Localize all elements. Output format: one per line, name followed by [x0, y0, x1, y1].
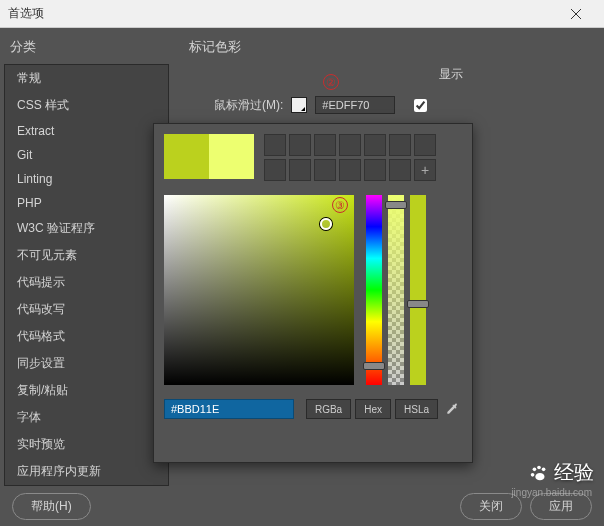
panel-title: 标记色彩 [189, 38, 588, 56]
eyedropper-button[interactable] [442, 399, 462, 419]
alpha-thumb[interactable] [385, 201, 407, 209]
dialog-footer: 帮助(H) 关闭 应用 [0, 486, 604, 526]
hue-slider[interactable] [366, 195, 382, 385]
saved-swatch[interactable] [264, 159, 286, 181]
format-hex-button[interactable]: Hex [355, 399, 391, 419]
category-list[interactable]: 常规CSS 样式ExtractGitLintingPHPW3C 验证程序不可见元… [4, 64, 169, 486]
sidebar-item[interactable]: 常规 [5, 65, 168, 92]
sidebar-item[interactable]: 不可见元素 [5, 242, 168, 269]
saved-swatch[interactable] [364, 159, 386, 181]
sidebar-item[interactable]: 字体 [5, 404, 168, 431]
footer-button-group: 关闭 应用 [460, 493, 592, 520]
annotation-marker-2: ② [323, 74, 339, 90]
help-button[interactable]: 帮助(H) [12, 493, 91, 520]
main-area: 分类 常规CSS 样式ExtractGitLintingPHPW3C 验证程序不… [0, 28, 604, 486]
saved-swatch[interactable] [314, 159, 336, 181]
saved-swatch[interactable] [339, 134, 361, 156]
mouseover-row: 鼠标滑过(M): ② [189, 96, 588, 114]
saved-swatches-grid: + [264, 134, 436, 181]
previous-color-swatch[interactable] [209, 134, 254, 179]
saved-swatch[interactable] [389, 159, 411, 181]
saved-swatch[interactable] [289, 159, 311, 181]
sidebar-item[interactable]: 代码改写 [5, 296, 168, 323]
current-color-swatch[interactable] [164, 134, 209, 179]
window-close-button[interactable] [556, 0, 596, 28]
annotation-marker-3: ③ [332, 197, 348, 213]
format-rgba-button[interactable]: RGBa [306, 399, 351, 419]
mouseover-swatch[interactable] [291, 97, 307, 113]
sidebar: 分类 常规CSS 样式ExtractGitLintingPHPW3C 验证程序不… [0, 28, 173, 486]
apply-button[interactable]: 应用 [530, 493, 592, 520]
sidebar-item[interactable]: 同步设置 [5, 350, 168, 377]
show-column-label: 显示 [439, 66, 463, 83]
saved-swatch[interactable] [414, 134, 436, 156]
sidebar-item[interactable]: Linting [5, 167, 168, 191]
mouseover-label: 鼠标滑过(M): [214, 97, 283, 114]
lightness-slider[interactable] [410, 195, 426, 385]
close-icon [571, 9, 581, 19]
saturation-value-area[interactable]: ③ [164, 195, 354, 385]
sidebar-item[interactable]: 实时预览 [5, 431, 168, 458]
hue-thumb[interactable] [363, 362, 385, 370]
sidebar-item[interactable]: CSS 样式 [5, 92, 168, 119]
eyedropper-icon [445, 402, 459, 416]
color-preview [164, 134, 254, 181]
picker-hex-input[interactable] [164, 399, 294, 419]
picker-top-row: + [164, 134, 462, 181]
content-panel: 标记色彩 显示 鼠标滑过(M): ② + ③ [173, 28, 604, 486]
sidebar-item[interactable]: Git [5, 143, 168, 167]
lightness-thumb[interactable] [407, 300, 429, 308]
close-button[interactable]: 关闭 [460, 493, 522, 520]
sidebar-item[interactable]: PHP [5, 191, 168, 215]
sv-cursor[interactable] [320, 218, 332, 230]
mouseover-show-checkbox[interactable] [414, 99, 427, 112]
saved-swatch[interactable] [289, 134, 311, 156]
mouseover-hex-input[interactable] [315, 96, 395, 114]
alpha-slider[interactable] [388, 195, 404, 385]
sidebar-item[interactable]: 代码格式 [5, 323, 168, 350]
sidebar-item[interactable]: 代码提示 [5, 269, 168, 296]
titlebar: 首选项 [0, 0, 604, 28]
add-swatch-button[interactable]: + [414, 159, 436, 181]
saved-swatch[interactable] [339, 159, 361, 181]
color-picker-popup: + ③ RGBa Hex [153, 123, 473, 463]
sidebar-item[interactable]: 应用程序内更新 [5, 458, 168, 485]
picker-bottom-row: RGBa Hex HSLa [164, 399, 462, 419]
sidebar-header: 分类 [0, 28, 173, 64]
saved-swatch[interactable] [389, 134, 411, 156]
sidebar-item[interactable]: 复制/粘贴 [5, 377, 168, 404]
window-title: 首选项 [8, 5, 44, 22]
saved-swatch[interactable] [364, 134, 386, 156]
sidebar-item[interactable]: Extract [5, 119, 168, 143]
format-hsla-button[interactable]: HSLa [395, 399, 438, 419]
picker-main: ③ [164, 195, 462, 385]
sidebar-item[interactable]: W3C 验证程序 [5, 215, 168, 242]
sidebar-item[interactable]: 文件比较 [5, 485, 168, 486]
saved-swatch[interactable] [264, 134, 286, 156]
saved-swatch[interactable] [314, 134, 336, 156]
